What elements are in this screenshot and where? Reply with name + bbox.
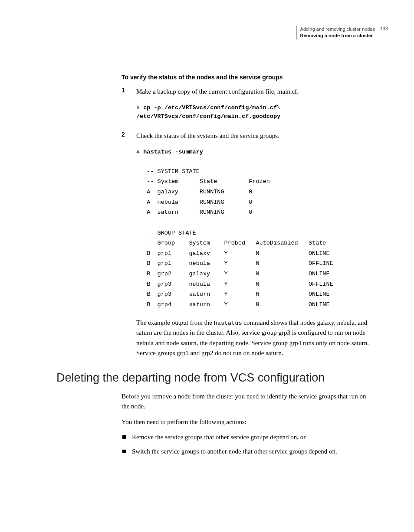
header-chapter: Adding and removing cluster nodes [300,26,375,33]
list-item: Remove the service groups that other ser… [122,432,375,442]
section-body: Before you remove a node from the cluste… [122,392,375,457]
section-heading: Deleting the departing node from VCS con… [56,371,375,385]
step-1: 1 Make a backup copy of the current conf… [122,87,375,97]
step-number: 2 [122,131,136,141]
command-text: hastatus -summary [143,149,203,155]
step-text: Make a backup copy of the current config… [136,87,375,97]
command-output: -- SYSTEM STATE -- System State Frozen A… [136,166,375,310]
bullet-list: Remove the service groups that other ser… [122,432,375,457]
text-segment: The example output from the [136,319,214,326]
code-block-cp: # cp -p /etc/VRTSvcs/conf/config/main.cf… [136,104,375,122]
line-continuation: \ [277,104,280,111]
step-2: 2 Check the status of the systems and th… [122,131,375,141]
step-number: 1 [122,87,136,97]
page-number: 133 [380,26,388,31]
inline-code: hastatus [214,320,242,326]
command-text-line2: /etc/VRTSvcs/conf/config/main.cf.goodcop… [136,113,280,120]
explanation-paragraph: The example output from the hastatus com… [136,318,375,359]
header-section: Removing a node from a cluster [300,33,375,39]
paragraph: You then need to perform the following a… [122,417,375,427]
running-header: Adding and removing cluster nodes Removi… [296,26,375,39]
prompt: # [136,149,143,155]
page-content: To verify the status of the nodes and th… [122,74,375,457]
step-text: Check the status of the systems and the … [136,131,375,141]
paragraph: Before you remove a node from the cluste… [122,392,375,412]
prompt: # [136,104,143,111]
command-text: cp -p /etc/VRTSvcs/conf/config/main.cf [143,104,277,111]
procedure-title: To verify the status of the nodes and th… [122,74,375,81]
list-item: Switch the service groups to another nod… [122,447,375,457]
code-block-hastatus: # hastatus -summary [136,148,375,157]
